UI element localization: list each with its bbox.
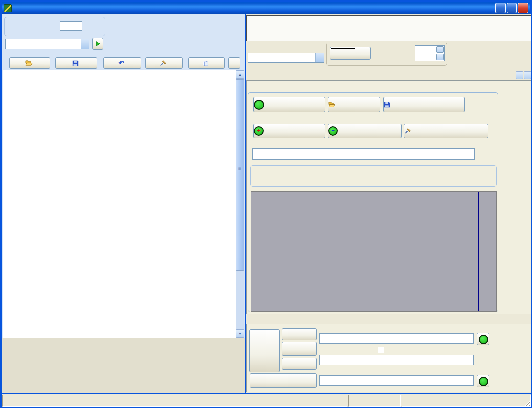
md5-tab-panel <box>246 324 531 392</box>
aux-string-input[interactable] <box>319 375 474 386</box>
scrollbar-thumb[interactable] <box>236 79 244 271</box>
minimize-button[interactable] <box>495 3 506 13</box>
bets-list[interactable] <box>251 191 497 312</box>
spinner-down-icon[interactable] <box>436 54 444 60</box>
status-auto-offset <box>348 395 401 407</box>
floppy-icon <box>72 60 79 66</box>
save-set-file-button[interactable] <box>383 97 465 112</box>
start-amount-input[interactable] <box>60 21 82 31</box>
md5-calc-button[interactable] <box>282 358 317 370</box>
app-window: ↶ ▲ ▼ <box>0 0 532 408</box>
tab-scroll-left-icon[interactable] <box>516 71 523 79</box>
remove-bet-button[interactable]: − <box>328 124 402 138</box>
autospin-start-button[interactable] <box>330 47 371 60</box>
maximize-button[interactable] <box>507 3 517 13</box>
status-history <box>2 395 347 407</box>
floppy-icon <box>384 102 390 108</box>
autospin-groupbox <box>326 43 447 66</box>
plus-icon: + <box>254 126 264 136</box>
delay-value <box>415 46 436 61</box>
md5-icon <box>479 335 488 344</box>
series-info-panel <box>246 15 531 41</box>
md5-clear-insert-calc-button[interactable] <box>249 329 280 372</box>
source-string-input[interactable] <box>319 333 474 344</box>
scroll-down-icon[interactable]: ▼ <box>236 329 244 338</box>
start-groupbox <box>4 17 105 36</box>
collapse-button[interactable] <box>228 57 240 69</box>
bet-string-input[interactable] <box>252 148 475 160</box>
brush-icon <box>160 60 167 66</box>
user-sets-content-box: + − <box>248 92 498 312</box>
load-set-file-button[interactable] <box>328 97 380 112</box>
status-source <box>402 395 531 407</box>
play-icon <box>95 41 101 47</box>
tab-scroll-right-icon[interactable] <box>524 71 531 79</box>
app-icon <box>4 4 12 12</box>
scroll-up-icon[interactable]: ▲ <box>236 70 244 79</box>
brush-icon <box>404 128 411 134</box>
md5-icon <box>479 377 488 386</box>
title-bar[interactable] <box>2 2 530 14</box>
clear-button[interactable] <box>145 57 183 69</box>
results-table[interactable] <box>3 70 236 338</box>
copy-icon <box>202 60 209 66</box>
open-folder-icon <box>328 102 335 108</box>
preset-combobox[interactable] <box>5 39 89 49</box>
undo-button[interactable]: ↶ <box>103 57 141 69</box>
table-scrollbar[interactable]: ▲ ▼ <box>236 70 244 338</box>
open-folder-icon <box>25 60 33 66</box>
md5-run-aux-button[interactable] <box>477 375 489 387</box>
md5-clear-paste-aux-button[interactable] <box>250 373 317 388</box>
run-preset-button[interactable] <box>92 38 103 50</box>
register-checkbox[interactable] <box>378 347 384 353</box>
tab-scroller <box>516 71 531 79</box>
bets-list-side <box>479 192 496 311</box>
chevron-down-icon[interactable] <box>81 39 89 49</box>
add-bet-button[interactable]: + <box>253 124 325 138</box>
md5-clear-button[interactable] <box>282 328 317 340</box>
output-string-input[interactable] <box>319 355 474 365</box>
buffer-button[interactable] <box>188 57 225 69</box>
autobets-combobox[interactable] <box>248 53 324 63</box>
status-bar <box>2 394 531 407</box>
pn-icon <box>254 100 264 110</box>
close-button[interactable] <box>518 3 528 13</box>
spinner-up-icon[interactable] <box>436 46 444 53</box>
load-button[interactable] <box>9 57 50 69</box>
minus-icon: − <box>328 126 338 136</box>
autobet-user-set-button[interactable] <box>253 97 325 112</box>
md5-clear-paste-button[interactable] <box>282 342 317 356</box>
roulette-board[interactable] <box>2 338 245 393</box>
bets-list-column <box>251 192 479 311</box>
chevron-down-icon[interactable] <box>315 53 324 62</box>
save-button[interactable] <box>55 57 97 69</box>
delay-spinner[interactable] <box>415 45 445 61</box>
quick-fill-groupbox <box>250 165 497 187</box>
undo-icon: ↶ <box>119 60 124 67</box>
remove-all-bets-button[interactable] <box>404 124 488 138</box>
md5-run-button[interactable] <box>477 333 489 345</box>
